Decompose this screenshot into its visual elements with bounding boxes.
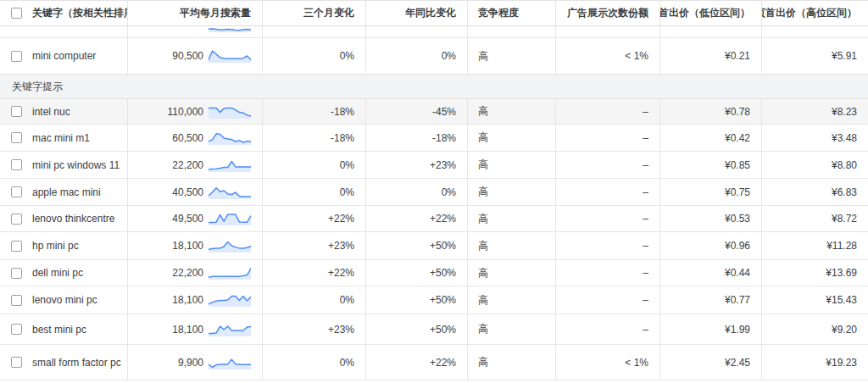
row-checkbox[interactable] <box>11 51 22 62</box>
top-bid-high-cell: ¥8.72 <box>762 206 868 231</box>
yoy-change-cell: +50% <box>366 232 468 259</box>
row-checkbox[interactable] <box>11 241 22 252</box>
top-bid-high-value: ¥3.48 <box>832 132 857 144</box>
ad-impression-share-value: – <box>643 186 648 198</box>
ad-impression-share-cell: – <box>556 286 660 314</box>
column-header-keyword: 关键字（按相关性排序） <box>32 6 128 20</box>
top-bid-low-value: ¥0.85 <box>725 159 750 171</box>
ad-impression-share-value: – <box>643 267 648 279</box>
header-cell-three-month: 三个月变化 <box>263 1 366 25</box>
top-bid-low-value: ¥0.75 <box>725 186 750 198</box>
keyword-cell: small form factor pc <box>0 345 128 380</box>
avg-searches-cell: 22,200 <box>128 152 263 178</box>
competition-value: 高 <box>478 130 488 145</box>
top-bid-high-cell: ¥8.80 <box>762 152 868 178</box>
top-bid-low-cell: ¥1.99 <box>660 314 762 344</box>
yoy-change-cell: +50% <box>366 260 468 286</box>
competition-value: 高 <box>478 158 488 172</box>
three-month-change-cell: +23% <box>263 232 366 259</box>
row-checkbox[interactable] <box>11 357 22 368</box>
top-bid-low-value: ¥0.21 <box>725 50 750 62</box>
row-checkbox[interactable] <box>11 295 22 306</box>
row-checkbox[interactable] <box>11 268 22 279</box>
row-checkbox[interactable] <box>11 324 22 335</box>
competition-cell: 高 <box>468 38 556 74</box>
ad-impression-share-value: – <box>643 159 648 171</box>
competition-cell: 高 <box>468 179 556 205</box>
keyword-ideas-section-header: 关键字提示 <box>0 75 868 99</box>
top-bid-high-value: ¥8.23 <box>832 106 857 118</box>
yoy-change-value: +50% <box>430 267 456 279</box>
top-bid-high-cell: ¥15.43 <box>762 286 868 314</box>
yoy-change-value: +50% <box>430 294 456 306</box>
table-row: mini computer 90,500 0% 0% 高 < 1% ¥0.21 … <box>0 38 868 75</box>
top-bid-high-value: ¥5.91 <box>832 50 857 62</box>
search-volume-value: 110,000 <box>168 106 204 118</box>
row-checkbox[interactable] <box>11 132 22 143</box>
three-month-change-value: 0% <box>340 357 354 369</box>
search-volume-value: 40,500 <box>172 186 203 198</box>
three-month-change-value: +23% <box>328 240 354 252</box>
row-checkbox[interactable] <box>11 159 22 170</box>
ad-impression-share-value: – <box>643 132 648 144</box>
top-bid-low-value: ¥0.42 <box>725 132 750 144</box>
three-month-change-value: -18% <box>331 106 354 118</box>
keyword-label: intel nuc <box>32 106 70 118</box>
avg-searches-cell <box>128 26 263 37</box>
yoy-change-value: +23% <box>430 159 456 171</box>
keyword-ideas-table: 关键字（按相关性排序） 平均每月搜索量 三个月变化 年同比变化 竞争程度 广告展… <box>0 0 868 380</box>
table-row: mini pc windows 11 22,200 0% +23% 高 – ¥0… <box>0 152 868 179</box>
row-checkbox[interactable] <box>11 186 22 197</box>
column-header-bid-low: 页首出价（低位区间） <box>660 6 750 20</box>
ad-impression-share-value: – <box>643 106 648 118</box>
top-bid-low-value: ¥0.96 <box>725 240 750 252</box>
three-month-change-value: +23% <box>328 324 354 336</box>
select-all-checkbox[interactable] <box>11 8 22 19</box>
three-month-change-value: 0% <box>340 294 354 306</box>
top-bid-low-cell: ¥0.96 <box>660 232 762 259</box>
ad-impression-share-value: < 1% <box>625 50 648 62</box>
competition-cell: 高 <box>468 286 556 314</box>
keyword-cell: best mini pc <box>0 314 128 344</box>
keyword-label: hp mini pc <box>32 240 79 252</box>
three-month-change-cell: 0% <box>263 345 366 380</box>
avg-searches-cell: 18,100 <box>128 232 263 259</box>
competition-cell: 高 <box>468 125 556 151</box>
table-row: lenovo mini pc 18,100 0% +50% 高 – ¥0.77 … <box>0 286 868 314</box>
three-month-change-value: 0% <box>340 186 354 198</box>
top-bid-low-value: ¥0.44 <box>725 267 750 279</box>
header-cell-bid-high: 页首出价（高位区间） <box>762 1 868 25</box>
ad-impression-share-cell: – <box>556 179 660 205</box>
avg-searches-cell: 60,500 <box>128 125 263 151</box>
three-month-change-cell: -18% <box>263 99 366 124</box>
yoy-change-value: +22% <box>430 357 456 369</box>
search-trend-sparkline <box>209 239 251 253</box>
keyword-cell: dell mini pc <box>0 260 128 286</box>
ad-impression-share-cell: – <box>556 125 660 151</box>
top-bid-low-cell: ¥0.78 <box>660 99 762 124</box>
competition-cell: 高 <box>468 206 556 231</box>
yoy-change-cell: 0% <box>366 179 468 205</box>
keyword-label: apple mac mini <box>32 186 101 198</box>
search-trend-sparkline <box>209 323 251 336</box>
yoy-change-cell: -45% <box>366 99 468 124</box>
column-header-three-month: 三个月变化 <box>303 6 354 20</box>
keyword-cell: lenovo mini pc <box>0 286 128 314</box>
ad-impression-share-value: – <box>643 324 648 336</box>
top-bid-high-cell: ¥11.28 <box>762 232 868 259</box>
top-bid-high-value: ¥9.20 <box>832 324 857 336</box>
ad-impression-share-cell: < 1% <box>556 38 660 74</box>
competition-cell <box>468 26 556 37</box>
top-bid-high-cell <box>762 26 868 37</box>
table-row: dell mini pc 22,200 +22% +50% 高 – ¥0.44 … <box>0 260 868 286</box>
three-month-change-cell: +22% <box>263 260 366 286</box>
row-checkbox[interactable] <box>11 214 22 225</box>
competition-cell: 高 <box>468 232 556 259</box>
table-row: hp mini pc 18,100 +23% +50% 高 – ¥0.96 ¥1… <box>0 232 868 260</box>
top-bid-low-value: ¥2.45 <box>725 357 750 369</box>
table-row: apple mac mini 40,500 0% 0% 高 – ¥0.75 ¥6… <box>0 179 868 206</box>
yoy-change-value: +50% <box>430 240 456 252</box>
row-checkbox[interactable] <box>11 106 22 117</box>
keyword-cell: mini computer <box>0 38 128 74</box>
top-bid-high-cell: ¥8.23 <box>762 99 868 124</box>
